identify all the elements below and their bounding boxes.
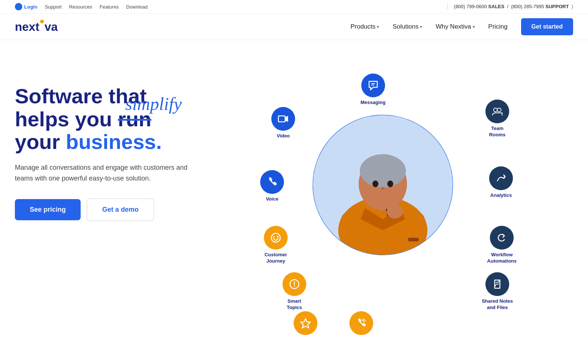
logo-dot bbox=[40, 20, 44, 23]
svg-point-42 bbox=[273, 236, 275, 237]
center-circle-container: COMMUNICATE CONFIDENTLY WORK SMARTER DEL… bbox=[305, 107, 461, 263]
voice-label: Voice bbox=[266, 196, 278, 202]
feature-diagram: COMMUNICATE CONFIDENTLY WORK SMARTER DEL… bbox=[260, 70, 520, 337]
business-text: business. bbox=[66, 130, 162, 153]
solutions-chevron: ▾ bbox=[420, 25, 422, 29]
get-demo-button[interactable]: Get a demo bbox=[87, 198, 154, 221]
sales-phone: (800) 799-0600 bbox=[454, 4, 487, 9]
logo: next va bbox=[15, 20, 58, 34]
analytics-icon bbox=[489, 166, 513, 190]
svg-point-25 bbox=[360, 154, 406, 188]
hero-section: Software that helps you runsimplify your… bbox=[0, 40, 588, 337]
team-rooms-feature[interactable]: TeamRooms bbox=[485, 100, 509, 138]
team-rooms-label: TeamRooms bbox=[489, 126, 505, 138]
messaging-label: Messaging bbox=[361, 100, 385, 106]
hero-subtitle: Manage all conversations and engage with… bbox=[15, 162, 201, 184]
workflow-icon bbox=[490, 226, 514, 250]
call-pop-feature[interactable]: CallPop bbox=[349, 311, 373, 337]
support-link[interactable]: Support bbox=[45, 4, 62, 10]
svg-point-41 bbox=[271, 233, 280, 242]
person-illustration bbox=[313, 115, 453, 255]
svg-rect-33 bbox=[408, 238, 419, 241]
resources-link[interactable]: Resources bbox=[69, 4, 92, 10]
features-link[interactable]: Features bbox=[100, 4, 119, 10]
smart-topics-label: SmartTopics bbox=[287, 298, 302, 311]
pricing-nav[interactable]: Pricing bbox=[488, 23, 508, 30]
support-label: SUPPORT bbox=[546, 4, 569, 9]
svg-marker-34 bbox=[369, 81, 377, 90]
run-simplify-wrap: runsimplify bbox=[118, 108, 151, 131]
login-icon: 👤 bbox=[15, 3, 22, 10]
customer-surveys-icon bbox=[294, 311, 317, 335]
phone-bar: (800) 799-0600 SALES / (800) 285-7995 SU… bbox=[448, 4, 573, 10]
customer-journey-feature[interactable]: CustomerJourney bbox=[264, 226, 288, 264]
svg-point-26 bbox=[372, 181, 378, 187]
hero-content: Software that helps you runsimplify your… bbox=[15, 62, 230, 221]
svg-point-43 bbox=[277, 236, 278, 237]
why-chevron: ▾ bbox=[473, 25, 475, 29]
smart-topics-feature[interactable]: ! SmartTopics bbox=[282, 272, 306, 311]
customer-journey-icon bbox=[264, 226, 288, 250]
solutions-nav[interactable]: Solutions ▾ bbox=[392, 23, 422, 30]
customer-surveys-feature[interactable]: CustomerSurveys bbox=[294, 311, 317, 337]
helps-you: helps you bbox=[15, 107, 112, 131]
svg-point-39 bbox=[494, 108, 497, 112]
svg-text:!: ! bbox=[293, 280, 295, 288]
sales-label: SALES bbox=[488, 4, 504, 9]
video-label: Video bbox=[277, 133, 290, 139]
get-started-button[interactable]: Get started bbox=[521, 18, 573, 35]
products-chevron: ▾ bbox=[377, 25, 379, 29]
products-nav[interactable]: Products ▾ bbox=[350, 23, 379, 30]
svg-rect-37 bbox=[278, 116, 285, 122]
workflow-feature[interactable]: WorkflowAutomations bbox=[487, 226, 517, 264]
shared-notes-label: Shared Notesand Files bbox=[482, 298, 513, 311]
workflow-label: WorkflowAutomations bbox=[487, 252, 517, 264]
voice-icon bbox=[260, 170, 284, 194]
cursor-icon: 〉 bbox=[572, 4, 573, 9]
customer-journey-label: CustomerJourney bbox=[265, 252, 287, 264]
messaging-feature[interactable]: Messaging bbox=[361, 74, 385, 106]
see-pricing-button[interactable]: See pricing bbox=[15, 199, 81, 220]
messaging-icon bbox=[361, 74, 385, 97]
voice-feature[interactable]: Voice bbox=[260, 170, 284, 202]
svg-point-40 bbox=[497, 108, 501, 112]
why-nextiva-nav[interactable]: Why Nextiva ▾ bbox=[436, 23, 475, 30]
video-icon bbox=[271, 107, 295, 131]
analytics-label: Analytics bbox=[490, 192, 512, 199]
nav-links: Products ▾ Solutions ▾ Why Nextiva ▾ Pri… bbox=[350, 18, 573, 35]
logo-text2: va bbox=[45, 20, 58, 34]
hero-title: Software that helps you runsimplify your… bbox=[15, 85, 230, 153]
shared-notes-feature[interactable]: Shared Notesand Files bbox=[482, 272, 513, 311]
hero-buttons: See pricing Get a demo bbox=[15, 198, 230, 221]
logo-text: next bbox=[15, 20, 39, 34]
download-link[interactable]: Download bbox=[126, 4, 148, 10]
main-nav: next va Products ▾ Solutions ▾ Why Nexti… bbox=[0, 14, 588, 40]
video-feature[interactable]: Video bbox=[271, 107, 295, 139]
login-link[interactable]: 👤 Login bbox=[15, 3, 37, 10]
analytics-feature[interactable]: Analytics bbox=[489, 166, 513, 199]
hero-diagram: COMMUNICATE CONFIDENTLY WORK SMARTER DEL… bbox=[230, 62, 573, 322]
call-pop-icon bbox=[349, 311, 373, 335]
svg-point-32 bbox=[387, 205, 403, 218]
smart-topics-icon: ! bbox=[282, 272, 306, 296]
svg-marker-48 bbox=[301, 319, 310, 328]
top-bar: 👤 Login Support Resources Features Downl… bbox=[0, 0, 588, 14]
svg-point-27 bbox=[387, 181, 393, 187]
shared-notes-icon bbox=[485, 272, 509, 296]
simplify-text: simplify bbox=[125, 94, 182, 114]
team-rooms-icon bbox=[485, 100, 509, 123]
support-phone: (800) 285-7995 bbox=[511, 4, 544, 9]
